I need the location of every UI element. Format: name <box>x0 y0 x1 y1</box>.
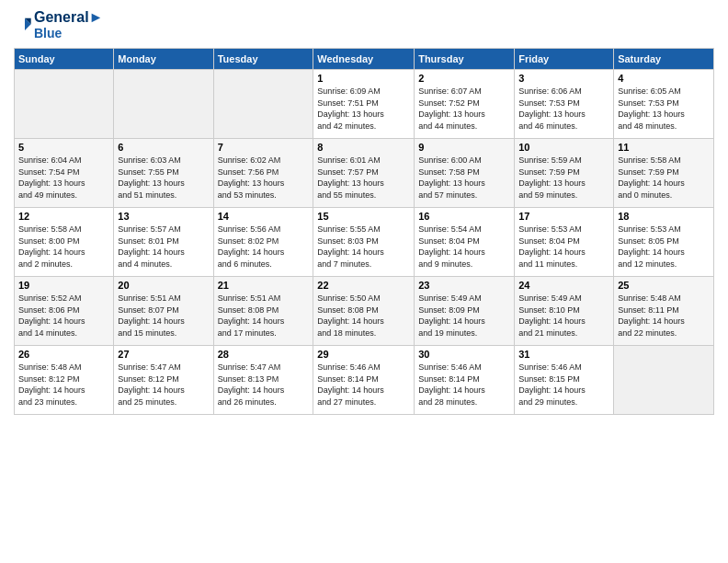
day-number: 29 <box>317 349 410 360</box>
day-info: Sunrise: 5:48 AM Sunset: 8:12 PM Dayligh… <box>18 362 109 408</box>
calendar-cell: 25Sunrise: 5:48 AM Sunset: 8:11 PM Dayli… <box>614 277 714 346</box>
week-row-5: 26Sunrise: 5:48 AM Sunset: 8:12 PM Dayli… <box>15 346 714 415</box>
day-info: Sunrise: 6:07 AM Sunset: 7:52 PM Dayligh… <box>418 86 510 132</box>
day-info: Sunrise: 5:55 AM Sunset: 8:03 PM Dayligh… <box>317 224 410 270</box>
calendar-cell: 14Sunrise: 5:56 AM Sunset: 8:02 PM Dayli… <box>213 208 313 277</box>
day-number: 7 <box>218 142 310 153</box>
calendar-cell: 26Sunrise: 5:48 AM Sunset: 8:12 PM Dayli… <box>15 346 114 415</box>
day-number: 22 <box>317 280 410 291</box>
day-number: 27 <box>118 349 209 360</box>
day-info: Sunrise: 6:06 AM Sunset: 7:53 PM Dayligh… <box>518 86 609 132</box>
day-info: Sunrise: 5:52 AM Sunset: 8:06 PM Dayligh… <box>18 293 109 339</box>
header-day-thursday: Thursday <box>415 49 515 70</box>
day-info: Sunrise: 5:53 AM Sunset: 8:05 PM Dayligh… <box>618 224 710 270</box>
day-info: Sunrise: 6:03 AM Sunset: 7:55 PM Dayligh… <box>118 155 209 201</box>
calendar-cell: 27Sunrise: 5:47 AM Sunset: 8:12 PM Dayli… <box>114 346 213 415</box>
calendar-cell: 22Sunrise: 5:50 AM Sunset: 8:08 PM Dayli… <box>313 277 415 346</box>
calendar-cell: 5Sunrise: 6:04 AM Sunset: 7:54 PM Daylig… <box>15 139 114 208</box>
day-number: 18 <box>618 211 710 222</box>
header-day-wednesday: Wednesday <box>313 49 415 70</box>
header-day-sunday: Sunday <box>15 49 114 70</box>
day-number: 14 <box>218 211 310 222</box>
day-number: 15 <box>317 211 410 222</box>
day-number: 4 <box>618 73 710 84</box>
calendar-cell: 10Sunrise: 5:59 AM Sunset: 7:59 PM Dayli… <box>515 139 614 208</box>
day-info: Sunrise: 5:47 AM Sunset: 8:13 PM Dayligh… <box>218 362 310 408</box>
calendar-cell: 29Sunrise: 5:46 AM Sunset: 8:14 PM Dayli… <box>313 346 415 415</box>
day-info: Sunrise: 5:59 AM Sunset: 7:59 PM Dayligh… <box>518 155 609 201</box>
day-info: Sunrise: 5:48 AM Sunset: 8:11 PM Dayligh… <box>618 293 710 339</box>
day-number: 26 <box>18 349 109 360</box>
calendar-cell <box>15 70 114 139</box>
day-number: 17 <box>518 211 609 222</box>
day-number: 11 <box>618 142 710 153</box>
day-info: Sunrise: 5:51 AM Sunset: 8:07 PM Dayligh… <box>118 293 209 339</box>
day-info: Sunrise: 6:02 AM Sunset: 7:56 PM Dayligh… <box>218 155 310 201</box>
calendar-cell: 15Sunrise: 5:55 AM Sunset: 8:03 PM Dayli… <box>313 208 415 277</box>
week-row-1: 1Sunrise: 6:09 AM Sunset: 7:51 PM Daylig… <box>15 70 714 139</box>
logo: General► Blue <box>14 9 103 40</box>
calendar-cell: 24Sunrise: 5:49 AM Sunset: 8:10 PM Dayli… <box>515 277 614 346</box>
calendar-cell: 31Sunrise: 5:46 AM Sunset: 8:15 PM Dayli… <box>515 346 614 415</box>
day-number: 19 <box>18 280 109 291</box>
day-info: Sunrise: 5:47 AM Sunset: 8:12 PM Dayligh… <box>118 362 209 408</box>
day-number: 28 <box>218 349 310 360</box>
calendar-cell: 16Sunrise: 5:54 AM Sunset: 8:04 PM Dayli… <box>415 208 515 277</box>
calendar-cell: 30Sunrise: 5:46 AM Sunset: 8:14 PM Dayli… <box>415 346 515 415</box>
day-number: 9 <box>418 142 510 153</box>
week-row-4: 19Sunrise: 5:52 AM Sunset: 8:06 PM Dayli… <box>15 277 714 346</box>
day-info: Sunrise: 5:58 AM Sunset: 7:59 PM Dayligh… <box>618 155 710 201</box>
calendar-cell: 1Sunrise: 6:09 AM Sunset: 7:51 PM Daylig… <box>313 70 415 139</box>
day-info: Sunrise: 5:49 AM Sunset: 8:10 PM Dayligh… <box>518 293 609 339</box>
day-info: Sunrise: 5:46 AM Sunset: 8:15 PM Dayligh… <box>518 362 609 408</box>
day-number: 23 <box>418 280 510 291</box>
calendar-cell <box>114 70 213 139</box>
day-info: Sunrise: 5:54 AM Sunset: 8:04 PM Dayligh… <box>418 224 510 270</box>
calendar-cell: 6Sunrise: 6:03 AM Sunset: 7:55 PM Daylig… <box>114 139 213 208</box>
day-info: Sunrise: 5:58 AM Sunset: 8:00 PM Dayligh… <box>18 224 109 270</box>
calendar-cell: 18Sunrise: 5:53 AM Sunset: 8:05 PM Dayli… <box>614 208 714 277</box>
header-day-tuesday: Tuesday <box>213 49 313 70</box>
day-info: Sunrise: 5:56 AM Sunset: 8:02 PM Dayligh… <box>218 224 310 270</box>
day-info: Sunrise: 6:00 AM Sunset: 7:58 PM Dayligh… <box>418 155 510 201</box>
calendar-cell: 3Sunrise: 6:06 AM Sunset: 7:53 PM Daylig… <box>515 70 614 139</box>
header-day-friday: Friday <box>515 49 614 70</box>
calendar-cell: 9Sunrise: 6:00 AM Sunset: 7:58 PM Daylig… <box>415 139 515 208</box>
day-info: Sunrise: 6:04 AM Sunset: 7:54 PM Dayligh… <box>18 155 109 201</box>
day-number: 6 <box>118 142 209 153</box>
calendar-cell: 8Sunrise: 6:01 AM Sunset: 7:57 PM Daylig… <box>313 139 415 208</box>
day-info: Sunrise: 6:01 AM Sunset: 7:57 PM Dayligh… <box>317 155 410 201</box>
calendar-cell: 7Sunrise: 6:02 AM Sunset: 7:56 PM Daylig… <box>213 139 313 208</box>
day-number: 3 <box>518 73 609 84</box>
day-number: 2 <box>418 73 510 84</box>
week-row-2: 5Sunrise: 6:04 AM Sunset: 7:54 PM Daylig… <box>15 139 714 208</box>
day-number: 8 <box>317 142 410 153</box>
week-row-3: 12Sunrise: 5:58 AM Sunset: 8:00 PM Dayli… <box>15 208 714 277</box>
day-number: 10 <box>518 142 609 153</box>
logo-icon <box>14 16 32 34</box>
day-info: Sunrise: 5:49 AM Sunset: 8:09 PM Dayligh… <box>418 293 510 339</box>
header-row: SundayMondayTuesdayWednesdayThursdayFrid… <box>15 49 714 70</box>
day-info: Sunrise: 6:09 AM Sunset: 7:51 PM Dayligh… <box>317 86 410 132</box>
day-info: Sunrise: 5:51 AM Sunset: 8:08 PM Dayligh… <box>218 293 310 339</box>
day-number: 13 <box>118 211 209 222</box>
day-info: Sunrise: 5:46 AM Sunset: 8:14 PM Dayligh… <box>317 362 410 408</box>
calendar-cell <box>213 70 313 139</box>
calendar-cell: 17Sunrise: 5:53 AM Sunset: 8:04 PM Dayli… <box>515 208 614 277</box>
day-info: Sunrise: 5:53 AM Sunset: 8:04 PM Dayligh… <box>518 224 609 270</box>
calendar-cell: 28Sunrise: 5:47 AM Sunset: 8:13 PM Dayli… <box>213 346 313 415</box>
calendar-cell: 2Sunrise: 6:07 AM Sunset: 7:52 PM Daylig… <box>415 70 515 139</box>
calendar-cell: 19Sunrise: 5:52 AM Sunset: 8:06 PM Dayli… <box>15 277 114 346</box>
day-info: Sunrise: 5:57 AM Sunset: 8:01 PM Dayligh… <box>118 224 209 270</box>
calendar-cell <box>614 346 714 415</box>
calendar-cell: 4Sunrise: 6:05 AM Sunset: 7:53 PM Daylig… <box>614 70 714 139</box>
day-number: 5 <box>18 142 109 153</box>
calendar-cell: 12Sunrise: 5:58 AM Sunset: 8:00 PM Dayli… <box>15 208 114 277</box>
header-day-saturday: Saturday <box>614 49 714 70</box>
day-number: 21 <box>218 280 310 291</box>
page: General► Blue SundayMondayTuesdayWednesd… <box>0 0 728 563</box>
day-number: 31 <box>518 349 609 360</box>
calendar-cell: 23Sunrise: 5:49 AM Sunset: 8:09 PM Dayli… <box>415 277 515 346</box>
day-number: 12 <box>18 211 109 222</box>
day-info: Sunrise: 6:05 AM Sunset: 7:53 PM Dayligh… <box>618 86 710 132</box>
